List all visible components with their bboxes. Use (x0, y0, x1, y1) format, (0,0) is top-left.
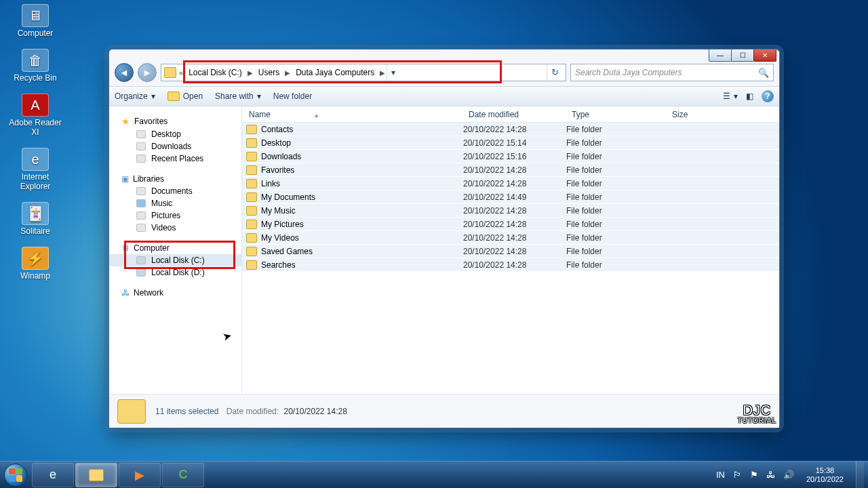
file-row[interactable]: Favorites20/10/2022 14:28File folder (242, 163, 779, 177)
help-button[interactable]: ? (762, 90, 774, 102)
navigation-pane: ★Favorites Desktop Downloads Recent Plac… (109, 106, 242, 394)
breadcrumb-segment[interactable]: Users (254, 66, 283, 79)
search-icon[interactable]: 🔍 (758, 68, 769, 78)
desktop-icon-recycle-bin[interactable]: 🗑Recycle Bin (8, 49, 62, 83)
status-date-value: 20/10/2022 14:28 (283, 407, 347, 416)
nav-back-button[interactable]: ◄ (115, 63, 134, 82)
show-desktop-button[interactable] (856, 462, 864, 489)
nav-item-local-disk-d[interactable]: Local Disk (D:) (109, 266, 241, 279)
file-row[interactable]: Links20/10/2022 14:28File folder (242, 177, 779, 190)
clock[interactable]: 15:38 20/10/2022 (802, 466, 848, 484)
column-header-name[interactable]: Name ▲ (242, 110, 462, 119)
folder-icon (167, 92, 180, 101)
nav-item-recent-places[interactable]: Recent Places (109, 152, 241, 165)
folder-icon (136, 130, 146, 138)
start-button[interactable] (0, 462, 31, 489)
breadcrumb-segment[interactable]: Local Disk (C:) (184, 66, 246, 79)
nav-item-music[interactable]: Music (109, 197, 241, 209)
tray-action-center-icon[interactable]: ⚑ (750, 470, 758, 480)
file-row[interactable]: Contacts20/10/2022 14:28File folder (242, 123, 779, 136)
nav-header-libraries[interactable]: ▣Libraries (109, 173, 241, 185)
file-date: 20/10/2022 14:49 (463, 192, 566, 202)
nav-header-network[interactable]: 🖧Network (109, 287, 241, 299)
nav-header-computer[interactable]: 🖥Computer (109, 242, 241, 254)
tray-network-icon[interactable]: 🖧 (766, 470, 775, 480)
file-row[interactable]: My Videos20/10/2022 14:28File folder (242, 231, 779, 245)
close-button[interactable]: ✕ (753, 49, 776, 62)
clock-date: 20/10/2022 (806, 475, 844, 484)
taskbar: e ▶ C IN 🏳 ⚑ 🖧 🔊 15:38 20/10/2022 (0, 461, 868, 488)
file-name: Contacts (261, 125, 463, 134)
search-input[interactable]: Search Duta Jaya Computers 🔍 (570, 64, 774, 81)
folder-icon (246, 192, 257, 202)
folder-icon (246, 220, 257, 229)
minimize-button[interactable]: — (709, 49, 732, 62)
tray-flag-icon[interactable]: 🏳 (733, 470, 742, 480)
share-with-menu[interactable]: Share with ▾ (215, 92, 261, 101)
column-header-type[interactable]: Type (565, 110, 665, 119)
network-icon: 🖧 (121, 288, 130, 298)
desktop-icon-solitaire[interactable]: 🃏Solitaire (8, 202, 62, 236)
sort-indicator-icon: ▲ (313, 112, 319, 119)
titlebar[interactable] (109, 49, 779, 60)
breadcrumb-segment[interactable]: Duta Jaya Computers (292, 66, 378, 79)
nav-header-label: Computer (134, 243, 170, 253)
file-date: 20/10/2022 14:28 (463, 206, 566, 216)
file-row[interactable]: Searches20/10/2022 14:28File folder (242, 258, 779, 272)
nav-forward-button[interactable]: ► (138, 63, 157, 82)
file-name: Favorites (261, 165, 463, 175)
taskbar-button-ie[interactable]: e (32, 463, 74, 487)
clock-time: 15:38 (806, 466, 844, 475)
taskbar-button-media-player[interactable]: ▶ (119, 463, 161, 487)
toolbar: Organize ▾ Open Share with ▾ New folder … (109, 86, 779, 106)
file-row[interactable]: My Documents20/10/2022 14:49File folder (242, 190, 779, 204)
taskbar-button-app[interactable]: C (162, 463, 204, 487)
file-row[interactable]: Desktop20/10/2022 15:14File folder (242, 136, 779, 150)
chevron-right-icon[interactable]: ▶ (246, 69, 254, 77)
nav-item-desktop[interactable]: Desktop (109, 128, 241, 140)
maximize-button[interactable]: ☐ (731, 49, 754, 62)
desktop-icon-label: Computer (8, 28, 62, 38)
desktop-icon-winamp[interactable]: ⚡Winamp (8, 247, 62, 281)
desktop-icon-internet-explorer[interactable]: eInternet Explorer (8, 148, 62, 191)
file-row[interactable]: My Music20/10/2022 14:28File folder (242, 204, 779, 218)
file-name: My Music (261, 206, 463, 216)
nav-item-label: Music (151, 199, 172, 208)
organize-menu[interactable]: Organize ▾ (115, 92, 155, 101)
file-name: Saved Games (261, 247, 463, 256)
file-name: My Pictures (261, 220, 463, 229)
language-indicator[interactable]: IN (716, 470, 725, 480)
file-list[interactable]: Contacts20/10/2022 14:28File folderDeskt… (242, 123, 779, 272)
overflow-chevron-icon[interactable]: « (178, 68, 184, 77)
chevron-right-icon[interactable]: ▶ (283, 69, 292, 77)
chevron-right-icon[interactable]: ▶ (378, 69, 387, 77)
new-folder-button[interactable]: New folder (273, 92, 312, 101)
view-options-button[interactable]: ☰ ▾ (723, 92, 738, 101)
preview-pane-button[interactable]: ◧ (746, 92, 753, 101)
column-header-size[interactable]: Size (665, 110, 779, 119)
refresh-button[interactable]: ↻ (547, 64, 563, 81)
desktop-icon-computer[interactable]: 🖥Computer (8, 4, 62, 38)
address-bar[interactable]: « Local Disk (C:) ▶ Users ▶ Duta Jaya Co… (161, 64, 566, 81)
desktop-icon-adobe-reader[interactable]: AAdobe Reader XI (8, 94, 62, 137)
file-type: File folder (566, 206, 667, 216)
column-header-date[interactable]: Date modified (462, 110, 565, 119)
tray-volume-icon[interactable]: 🔊 (783, 470, 794, 480)
open-button[interactable]: Open (167, 92, 203, 101)
nav-item-videos[interactable]: Videos (109, 222, 241, 234)
file-type: File folder (566, 233, 667, 243)
file-name: Downloads (261, 152, 463, 161)
nav-header-favorites[interactable]: ★Favorites (109, 115, 241, 128)
file-row[interactable]: My Pictures20/10/2022 14:28File folder (242, 218, 779, 231)
nav-item-downloads[interactable]: Downloads (109, 140, 241, 152)
nav-item-documents[interactable]: Documents (109, 185, 241, 197)
address-dropdown-button[interactable]: ▾ (387, 64, 399, 81)
folder-icon (89, 469, 104, 481)
nav-item-local-disk-c[interactable]: Local Disk (C:) (109, 254, 241, 266)
file-row[interactable]: Downloads20/10/2022 15:16File folder (242, 150, 779, 163)
nav-item-pictures[interactable]: Pictures (109, 209, 241, 222)
file-row[interactable]: Saved Games20/10/2022 14:28File folder (242, 245, 779, 258)
nav-item-label: Desktop (151, 129, 181, 139)
file-date: 20/10/2022 14:28 (463, 165, 566, 175)
taskbar-button-explorer[interactable] (75, 463, 117, 487)
